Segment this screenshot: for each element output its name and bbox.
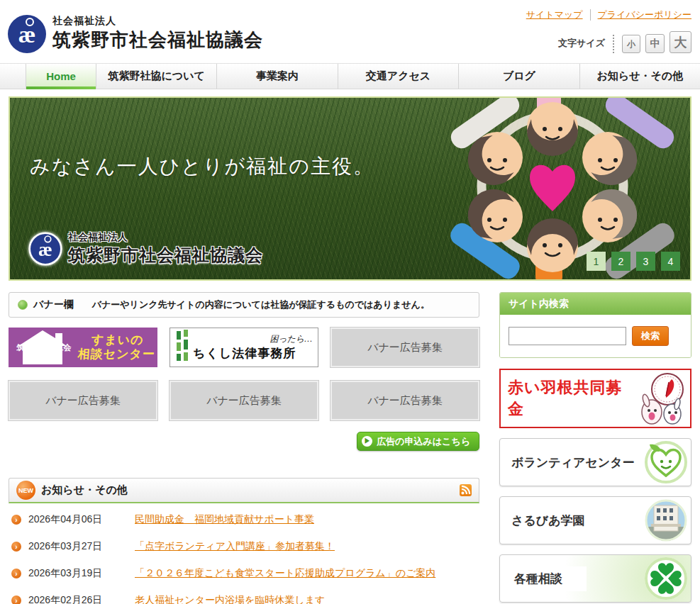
main-content: バナー欄 バナーやリンク先サイトの内容については社協が保証するものではありません…: [9, 292, 479, 604]
link-privacy-policy[interactable]: プライバシーポリシー: [598, 9, 691, 21]
news-link[interactable]: 「点字ボランティア入門講座」参加者募集！: [135, 540, 335, 553]
clover-icon: [644, 557, 688, 600]
carousel-page-1[interactable]: 1: [587, 252, 606, 271]
hero-org-type: 社会福祉法人: [68, 231, 263, 244]
news-row: › 2026年02月26日 老人福祉センター内浴場を臨時休業します: [9, 587, 479, 604]
carousel-page-4[interactable]: 4: [661, 252, 680, 271]
building-photo: [644, 498, 688, 542]
banner-recruit-4[interactable]: バナー広告募集: [330, 381, 479, 420]
news-section-title: お知らせ・その他: [41, 483, 454, 497]
news-row: › 2026年03月27日 「点字ボランティア入門講座」参加者募集！: [9, 533, 479, 560]
akaihane-banner[interactable]: 赤い羽根共同募金: [499, 369, 691, 428]
site-header: æ 社会福祉法人 筑紫野市社会福祉協議会 サイトマップ プライバシーポリシー 文…: [0, 0, 700, 60]
banner-recruit-1[interactable]: バナー広告募集: [330, 328, 479, 367]
org-logo-icon: æ: [28, 232, 62, 266]
font-size-small-button[interactable]: 小: [622, 35, 640, 53]
banner-sumai-text: すまいの 相談センター: [76, 333, 157, 361]
link-divider: [590, 9, 591, 21]
link-sitemap[interactable]: サイトマップ: [526, 9, 583, 21]
banner-law-name: ちくし法律事務所: [193, 345, 312, 362]
banner-sumai-soudan-center[interactable]: 筑紫野市商工会 すまいの 相談センター: [9, 328, 157, 367]
sidebar: サイト内検索 検索 赤い羽根共同募金: [499, 292, 691, 604]
arrow-bullet-icon: ›: [11, 542, 21, 552]
main-nav: Home 筑紫野社協について 事業案内 交通アクセス ブログ お知らせ・その他: [0, 63, 700, 89]
dotted-divider: [613, 35, 614, 53]
news-link[interactable]: 民間助成金 福岡地域貢献サポート事業: [135, 513, 314, 526]
carousel-page-3[interactable]: 3: [636, 252, 655, 271]
news-row: › 2026年03月19日 「２０２６年度こども食堂スタート応援助成プログラム」…: [9, 560, 479, 587]
new-badge-icon: NEW: [16, 481, 35, 500]
svg-text:æ: æ: [38, 239, 52, 260]
news-date: 2026年02月26日: [28, 594, 112, 604]
sidebar-card-consultations[interactable]: 各種相談: [499, 554, 691, 603]
hero-carousel: みなさん一人ひとりが福祉の主役。 æ 社会福祉法人 筑紫野市社会福祉協議会 1 …: [9, 96, 691, 281]
sidebar-card-volunteer-center[interactable]: ボランティアセンター: [499, 438, 691, 486]
nav-item-access[interactable]: 交通アクセス: [338, 64, 459, 89]
carousel-pagination: 1 2 3 4: [587, 252, 680, 271]
carousel-page-2[interactable]: 2: [611, 252, 630, 271]
font-size-medium-button[interactable]: 中: [645, 34, 665, 53]
font-size-controls: 文字サイズ 小 中 大: [526, 31, 691, 53]
font-size-large-button[interactable]: 大: [670, 31, 691, 53]
akaihane-label: 赤い羽根共同募金: [508, 377, 633, 420]
play-arrow-icon: ▶: [362, 436, 372, 447]
banner-recruit-3[interactable]: バナー広告募集: [170, 381, 318, 420]
news-date: 2026年03月19日: [28, 567, 112, 580]
banner-grid: 筑紫野市商工会 すまいの 相談センター 困ったら… ちくし法律事務所: [9, 328, 479, 420]
news-section-header: NEW お知らせ・その他: [9, 478, 479, 503]
green-dot-icon: [18, 300, 28, 310]
news-date: 2026年03月27日: [28, 540, 112, 553]
nav-item-services[interactable]: 事業案内: [217, 64, 338, 89]
news-date: 2026年04月06日: [28, 513, 112, 526]
hero-slogan: みなさん一人ひとりが福祉の主役。: [30, 153, 374, 180]
arrow-bullet-icon: ›: [11, 569, 21, 578]
sidebar-card-sarubia-gakuen[interactable]: さるびあ学園: [499, 496, 691, 544]
banner-section-note: バナーやリンク先サイトの内容については社協が保証するものではありません。: [92, 298, 430, 311]
org-name: 筑紫野市社会福祉協議会: [52, 28, 263, 52]
hero-logo: æ 社会福祉法人 筑紫野市社会福祉協議会: [28, 231, 263, 267]
news-link[interactable]: 「２０２６年度こども食堂スタート応援助成プログラム」のご案内: [135, 567, 435, 580]
news-list: › 2026年04月06日 民間助成金 福岡地域貢献サポート事業 › 2026年…: [9, 503, 479, 604]
org-type: 社会福祉法人: [52, 15, 263, 28]
nav-item-about[interactable]: 筑紫野社協について: [96, 64, 217, 89]
nav-item-blog[interactable]: ブログ: [459, 64, 579, 89]
rss-icon[interactable]: [460, 484, 472, 496]
org-logo-icon: æ: [7, 14, 47, 54]
arrow-bullet-icon: ›: [11, 515, 21, 525]
header-utilities: サイトマップ プライバシーポリシー 文字サイズ 小 中 大: [526, 7, 691, 60]
banner-law-office[interactable]: 困ったら… ちくし法律事務所: [170, 328, 318, 367]
site-search-input[interactable]: [509, 327, 626, 345]
news-row: › 2026年04月06日 民間助成金 福岡地域貢献サポート事業: [9, 506, 479, 533]
site-search-button[interactable]: 検索: [632, 326, 669, 346]
law-office-logo-icon: [176, 330, 189, 365]
banner-section-title: バナー欄: [33, 298, 74, 311]
site-logo[interactable]: æ 社会福祉法人 筑紫野市社会福祉協議会: [7, 7, 263, 60]
nav-item-home[interactable]: Home: [26, 64, 96, 89]
banner-section-header: バナー欄 バナーやリンク先サイトの内容については社協が保証するものではありません…: [9, 292, 479, 318]
arrow-bullet-icon: ›: [11, 595, 21, 604]
ad-apply-button[interactable]: ▶ 広告の申込みはこちら: [357, 432, 479, 451]
news-link[interactable]: 老人福祉センター内浴場を臨時休業します: [135, 594, 325, 604]
banner-recruit-2[interactable]: バナー広告募集: [9, 381, 157, 420]
heart-sprout-icon: [644, 440, 688, 484]
font-size-label: 文字サイズ: [558, 37, 605, 50]
top-links: サイトマップ プライバシーポリシー: [526, 9, 691, 21]
site-search-title: サイト内検索: [500, 293, 691, 315]
site-search-box: サイト内検索 検索: [499, 292, 691, 358]
banner-law-tagline: 困ったら…: [193, 333, 312, 345]
akaihane-mascot-icon: [633, 371, 687, 426]
hero-org-name: 筑紫野市社会福祉協議会: [68, 244, 263, 267]
banner-sumai-org: 筑紫野市商工会: [16, 343, 72, 352]
svg-text:æ: æ: [18, 21, 36, 47]
nav-item-news[interactable]: お知らせ・その他: [580, 64, 700, 89]
